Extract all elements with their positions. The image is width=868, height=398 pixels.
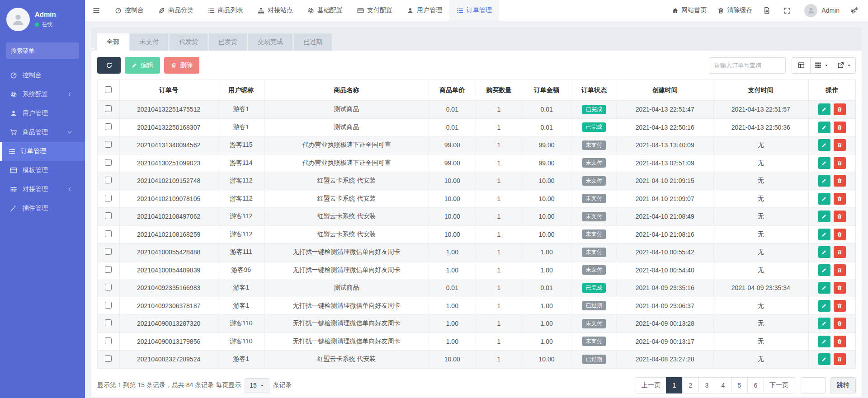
row-edit-button[interactable] <box>818 336 830 347</box>
paid-time: 无 <box>713 315 808 333</box>
row-delete-button[interactable] <box>834 139 846 151</box>
page-jump-input[interactable] <box>801 377 826 393</box>
site-home-link[interactable]: 网站首页 <box>672 6 707 14</box>
row-checkbox[interactable] <box>105 105 112 112</box>
top-nav-item[interactable]: 订单管理 <box>449 0 499 21</box>
settings-button[interactable] <box>850 7 861 14</box>
top-nav-item[interactable]: 商品分类 <box>151 0 201 21</box>
columns-button[interactable] <box>811 57 833 74</box>
row-delete-button[interactable] <box>834 103 846 115</box>
row-edit-button[interactable] <box>818 318 830 329</box>
tab[interactable]: 代发货 <box>170 33 208 51</box>
page-jump-button[interactable]: 跳转 <box>830 377 856 393</box>
row-checkbox[interactable] <box>105 177 112 183</box>
clear-cache-link[interactable]: 清除缓存 <box>717 6 752 14</box>
sidebar-item[interactable]: 订单管理 <box>0 142 85 161</box>
unit-price: 10.00 <box>429 208 476 226</box>
row-delete-button[interactable] <box>834 318 846 329</box>
edit-button[interactable]: 编辑 <box>125 57 160 74</box>
top-nav-item[interactable]: 控制台 <box>108 0 151 21</box>
row-delete-button[interactable] <box>834 264 846 276</box>
row-edit-button[interactable] <box>818 193 830 205</box>
sidebar-search-input[interactable] <box>11 47 90 54</box>
row-delete-button[interactable] <box>834 229 846 240</box>
sidebar-item[interactable]: 控制台 <box>0 66 85 85</box>
next-page-button[interactable]: 下一页 <box>764 377 794 393</box>
order-search-input[interactable] <box>709 57 786 74</box>
row-checkbox[interactable] <box>105 302 112 309</box>
tab[interactable]: 未支付 <box>130 33 168 51</box>
row-edit-button[interactable] <box>818 103 830 115</box>
row-checkbox[interactable] <box>105 195 112 201</box>
user-avatar[interactable] <box>804 4 817 17</box>
select-all-checkbox[interactable] <box>105 86 112 93</box>
docs-button[interactable] <box>763 7 773 14</box>
row-edit-button[interactable] <box>818 246 830 258</box>
page-number-button[interactable]: 3 <box>698 377 715 393</box>
row-checkbox[interactable] <box>105 123 112 130</box>
row-delete-button[interactable] <box>834 157 846 169</box>
sidebar-item[interactable]: 用户管理 <box>0 104 85 123</box>
delete-button[interactable]: 删除 <box>164 57 199 74</box>
tab[interactable]: 全部 <box>97 33 129 51</box>
toggle-view-button[interactable] <box>792 57 811 74</box>
row-delete-button[interactable] <box>834 300 846 312</box>
top-nav-item[interactable]: 基础配置 <box>300 0 350 21</box>
row-checkbox[interactable] <box>105 248 112 255</box>
tab[interactable]: 已发货 <box>209 33 247 51</box>
row-delete-button[interactable] <box>834 353 846 365</box>
row-delete-button[interactable] <box>834 122 846 133</box>
top-nav-item[interactable]: 对接站点 <box>250 0 300 21</box>
row-edit-button[interactable] <box>818 300 830 312</box>
row-edit-button[interactable] <box>818 122 830 133</box>
row-delete-button[interactable] <box>834 336 846 347</box>
refresh-button[interactable] <box>97 57 121 74</box>
row-edit-button[interactable] <box>818 264 830 276</box>
row-edit-button[interactable] <box>818 353 830 365</box>
row-delete-button[interactable] <box>834 193 846 205</box>
row-checkbox[interactable] <box>105 355 112 362</box>
row-checkbox[interactable] <box>105 159 112 166</box>
export-button[interactable] <box>833 57 856 74</box>
search-icon[interactable] <box>90 47 97 54</box>
row-edit-button[interactable] <box>818 175 830 187</box>
row-checkbox[interactable] <box>105 284 112 290</box>
row-checkbox[interactable] <box>105 230 112 237</box>
top-nav-item[interactable]: 支付配置 <box>350 0 400 21</box>
page-number-button[interactable]: 4 <box>715 377 731 393</box>
row-delete-button[interactable] <box>834 246 846 258</box>
row-edit-button[interactable] <box>818 229 830 240</box>
trash-icon <box>837 356 842 362</box>
sidebar-item[interactable]: 模板管理 <box>0 161 85 180</box>
prev-page-button[interactable]: 上一页 <box>636 377 666 393</box>
page-number-button[interactable]: 6 <box>747 377 764 393</box>
row-edit-button[interactable] <box>818 157 830 169</box>
top-nav-item[interactable]: 商品列表 <box>201 0 250 21</box>
sidebar-toggle-button[interactable] <box>85 0 108 21</box>
page-size-select[interactable]: 15 <box>245 378 269 393</box>
topbar-username[interactable]: Admin <box>821 7 840 14</box>
fullscreen-button[interactable] <box>784 7 793 14</box>
tab[interactable]: 已过期 <box>294 33 332 51</box>
row-checkbox[interactable] <box>105 266 112 273</box>
row-delete-button[interactable] <box>834 282 846 294</box>
sidebar-item[interactable]: 系统配置 <box>0 85 85 104</box>
page-number-button[interactable]: 1 <box>666 377 683 393</box>
sidebar-item[interactable]: 商品管理 <box>0 123 85 142</box>
row-checkbox[interactable] <box>105 319 112 326</box>
top-nav-item[interactable]: 用户管理 <box>400 0 449 21</box>
sidebar-item[interactable]: 对接管理 <box>0 180 85 199</box>
row-edit-button[interactable] <box>818 139 830 151</box>
row-checkbox[interactable] <box>105 212 112 219</box>
sidebar-item[interactable]: 插件管理 <box>0 199 85 218</box>
page-number-button[interactable]: 2 <box>682 377 699 393</box>
row-checkbox[interactable] <box>105 337 112 344</box>
row-edit-button[interactable] <box>818 282 830 294</box>
row-delete-button[interactable] <box>834 211 846 222</box>
row-checkbox[interactable] <box>105 141 112 148</box>
page-number-button[interactable]: 5 <box>731 377 748 393</box>
user-nickname: 游客1 <box>218 101 264 119</box>
row-edit-button[interactable] <box>818 211 830 222</box>
tab[interactable]: 交易完成 <box>248 33 292 51</box>
row-delete-button[interactable] <box>834 175 846 187</box>
